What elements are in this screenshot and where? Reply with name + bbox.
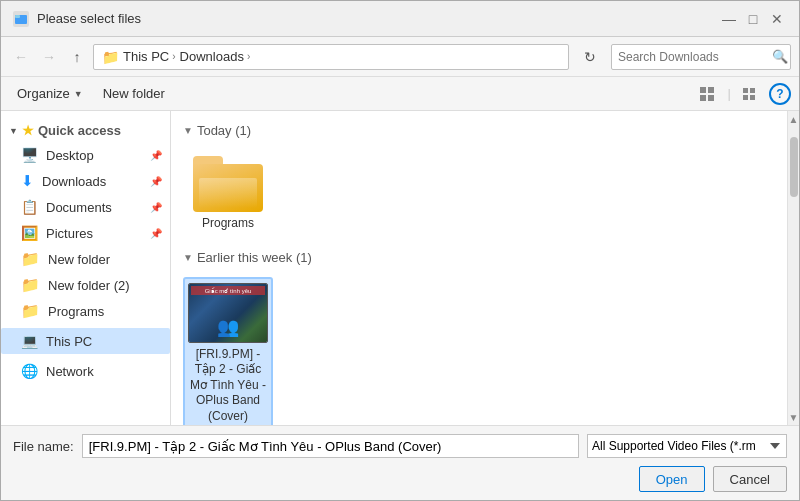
today-header-label: Today (1)	[197, 123, 251, 138]
close-button[interactable]: ✕	[767, 9, 787, 29]
forward-button[interactable]: →	[37, 45, 61, 69]
sidebar-item-this-pc[interactable]: 💻 This PC	[1, 328, 170, 354]
pin-icon-downloads: 📌	[150, 176, 162, 187]
scrollbar-track	[788, 127, 799, 409]
up-button[interactable]: ↑	[65, 45, 89, 69]
sidebar-item-pictures[interactable]: 🖼️ Pictures 📌	[1, 220, 170, 246]
address-bar[interactable]: 📁 This PC › Downloads ›	[93, 44, 569, 70]
cancel-button[interactable]: Cancel	[713, 466, 787, 492]
file-content-area: ▼ Today (1) Programs ▼ Earlier this week…	[171, 111, 787, 425]
file-item-programs[interactable]: Programs	[183, 150, 273, 238]
address-this-pc: This PC ›	[123, 49, 176, 64]
earlier-toggle: ▼	[183, 252, 193, 263]
file-item-video[interactable]: Giấc mơ tình yêu 👥 [FRI.9.PM] - Tập 2 - …	[183, 277, 273, 425]
this-pc-section: 💻 This PC	[1, 328, 170, 354]
sidebar: ▼ ★ Quick access 🖥️ Desktop 📌 ⬇ Download…	[1, 111, 171, 425]
search-box[interactable]: 🔍	[611, 44, 791, 70]
filetype-select[interactable]: All Supported Video Files (*.rmAll Files…	[587, 434, 787, 458]
quick-access-toggle: ▼	[9, 126, 18, 136]
open-button[interactable]: Open	[639, 466, 705, 492]
svg-rect-8	[750, 88, 755, 93]
search-icon: 🔍	[772, 49, 788, 64]
bottom-bar: File name: All Supported Video Files (*.…	[1, 425, 799, 500]
video-inner: Giấc mơ tình yêu 👥	[189, 284, 267, 342]
scrollbar[interactable]: ▲ ▼	[787, 111, 799, 425]
network-icon: 🌐	[21, 363, 38, 379]
back-button[interactable]: ←	[9, 45, 33, 69]
nav-bar: ← → ↑ 📁 This PC › Downloads › ↻ 🔍	[1, 37, 799, 77]
svg-rect-9	[750, 95, 755, 100]
title-bar: Please select files — □ ✕	[1, 1, 799, 37]
pictures-icon: 🖼️	[21, 225, 38, 241]
dialog-icon	[13, 11, 29, 27]
video-overlay-text: Giấc mơ tình yêu	[191, 286, 265, 295]
new-folder-2-icon: 📁	[21, 276, 40, 294]
desktop-icon: 🖥️	[21, 147, 38, 163]
view-icons-button[interactable]	[694, 82, 722, 106]
svg-rect-7	[743, 95, 748, 100]
view-divider: |	[728, 86, 731, 101]
scroll-down-arrow[interactable]: ▼	[788, 409, 799, 425]
refresh-button[interactable]: ↻	[577, 44, 603, 70]
video-people: 👥	[191, 316, 265, 338]
programs-folder-thumb	[193, 156, 263, 212]
organize-chevron: ▼	[74, 89, 83, 99]
new-folder-button[interactable]: New folder	[95, 82, 173, 106]
documents-icon: 📋	[21, 199, 38, 215]
folder-body	[193, 164, 263, 212]
toolbar-right: | ?	[694, 82, 791, 106]
pin-icon-documents: 📌	[150, 202, 162, 213]
file-dialog: Please select files — □ ✕ ← → ↑ 📁 This P…	[0, 0, 800, 501]
scrollbar-thumb[interactable]	[790, 137, 798, 197]
today-files-grid: Programs	[183, 142, 775, 246]
sidebar-item-programs[interactable]: 📁 Programs	[1, 298, 170, 324]
earlier-section-header[interactable]: ▼ Earlier this week (1)	[183, 246, 775, 269]
new-folder-icon: 📁	[21, 250, 40, 268]
video-label: [FRI.9.PM] - Tập 2 - Giấc Mơ Tình Yêu - …	[189, 347, 267, 425]
earlier-header-label: Earlier this week (1)	[197, 250, 312, 265]
dialog-title: Please select files	[37, 11, 141, 26]
sidebar-item-downloads[interactable]: ⬇ Downloads 📌	[1, 168, 170, 194]
title-bar-left: Please select files	[13, 11, 141, 27]
filename-row: File name: All Supported Video Files (*.…	[13, 434, 787, 458]
svg-rect-6	[743, 88, 748, 93]
sidebar-item-network[interactable]: 🌐 Network	[1, 358, 170, 384]
pin-icon-pictures: 📌	[150, 228, 162, 239]
svg-rect-4	[700, 95, 706, 101]
minimize-button[interactable]: —	[719, 9, 739, 29]
svg-rect-3	[708, 87, 714, 93]
sidebar-item-desktop[interactable]: 🖥️ Desktop 📌	[1, 142, 170, 168]
svg-rect-2	[700, 87, 706, 93]
address-folder-icon: 📁	[102, 49, 119, 65]
network-section: 🌐 Network	[1, 358, 170, 384]
sidebar-item-new-folder[interactable]: 📁 New folder	[1, 246, 170, 272]
programs-folder-icon-sidebar: 📁	[21, 302, 40, 320]
quick-access-star: ★	[22, 123, 34, 138]
address-downloads: Downloads ›	[180, 49, 251, 64]
title-controls: — □ ✕	[719, 9, 787, 29]
help-button[interactable]: ?	[769, 83, 791, 105]
folder-shine	[199, 178, 257, 208]
programs-label: Programs	[189, 216, 267, 232]
scroll-up-arrow[interactable]: ▲	[788, 111, 799, 127]
quick-access-header[interactable]: ▼ ★ Quick access	[1, 119, 170, 142]
svg-rect-1	[15, 15, 20, 18]
pin-icon-desktop: 📌	[150, 150, 162, 161]
sidebar-item-new-folder-2[interactable]: 📁 New folder (2)	[1, 272, 170, 298]
today-toggle: ▼	[183, 125, 193, 136]
quick-access-section: ▼ ★ Quick access 🖥️ Desktop 📌 ⬇ Download…	[1, 119, 170, 324]
sidebar-item-documents[interactable]: 📋 Documents 📌	[1, 194, 170, 220]
toolbar-left: Organize ▼ New folder	[9, 82, 173, 106]
earlier-files-grid: Giấc mơ tình yêu 👥 [FRI.9.PM] - Tập 2 - …	[183, 269, 775, 425]
maximize-button[interactable]: □	[743, 9, 763, 29]
filename-input[interactable]	[82, 434, 579, 458]
video-thumbnail: Giấc mơ tình yêu 👥	[188, 283, 268, 343]
organize-button[interactable]: Organize ▼	[9, 82, 91, 106]
main-area: ▼ ★ Quick access 🖥️ Desktop 📌 ⬇ Download…	[1, 111, 799, 425]
this-pc-icon: 💻	[21, 333, 38, 349]
downloads-folder-icon: ⬇	[21, 172, 34, 190]
buttons-row: Open Cancel	[13, 466, 787, 492]
search-input[interactable]	[618, 50, 768, 64]
today-section-header[interactable]: ▼ Today (1)	[183, 119, 775, 142]
view-list-button[interactable]	[737, 82, 765, 106]
